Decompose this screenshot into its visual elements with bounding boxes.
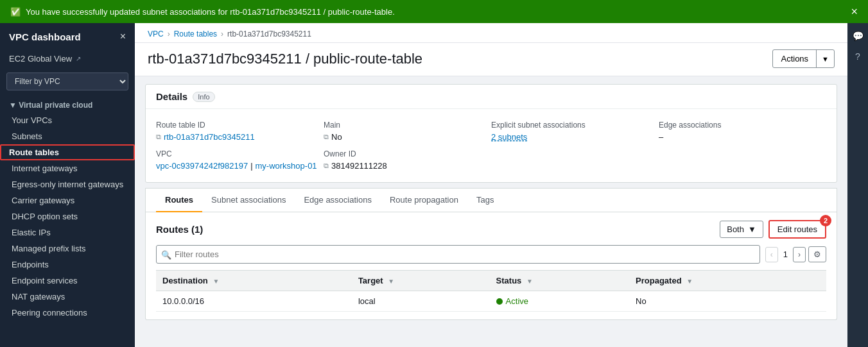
edge-associations-value: –: [659, 132, 820, 142]
copy-icon-owner[interactable]: ⧉: [324, 162, 329, 170]
sidebar-item-subnets[interactable]: Subnets: [0, 128, 135, 144]
vpc-link-id[interactable]: vpc-0c93974242f982197: [156, 161, 248, 171]
sidebar-item-egress-only[interactable]: Egress-only internet gateways: [0, 176, 135, 192]
copy-icon-route-id[interactable]: ⧉: [156, 133, 161, 141]
actions-button[interactable]: Actions ▼: [772, 49, 835, 68]
pagination-prev-button[interactable]: ‹: [765, 247, 778, 262]
route-table-id-value: ⧉ rtb-01a371d7bc9345211: [156, 132, 317, 142]
breadcrumb-sep-1: ›: [168, 30, 170, 38]
propagated-sort-icon[interactable]: ▼: [686, 278, 693, 285]
details-grid: Route table ID ⧉ rtb-01a371d7bc9345211 M…: [146, 109, 837, 182]
tab-edge-associations[interactable]: Edge associations: [295, 189, 381, 212]
filter-routes-input[interactable]: [156, 245, 760, 264]
edge-associations-field: Edge associations –: [659, 117, 826, 146]
col-propagated: Propagated ▼: [629, 271, 826, 291]
owner-id-text: 381492111228: [331, 161, 387, 171]
pagination-next-button[interactable]: ›: [793, 247, 806, 262]
details-title: Details: [156, 91, 187, 102]
sidebar-title: VPC dashboard: [9, 31, 81, 42]
target-sort-icon[interactable]: ▼: [388, 278, 394, 285]
sidebar-item-dhcp-option-sets[interactable]: DHCP option sets: [0, 208, 135, 224]
routes-table: Destination ▼ Target ▼ Status ▼ Propag: [156, 270, 826, 312]
right-icon-help[interactable]: ?: [850, 49, 865, 64]
routes-header: Routes (1) Both ▼ 2 Edit routes: [156, 220, 826, 239]
table-settings-button[interactable]: ⚙: [808, 246, 826, 262]
routes-controls: Both ▼ 2 Edit routes: [720, 220, 826, 239]
banner-message: You have successfully updated subnet ass…: [26, 7, 395, 17]
check-circle-icon: ✅: [10, 7, 21, 17]
right-sidebar: 💬 ?: [847, 23, 868, 347]
tab-tags[interactable]: Tags: [467, 189, 503, 212]
sidebar-item-managed-prefix[interactable]: Managed prefix lists: [0, 241, 135, 257]
sidebar-item-internet-gateways[interactable]: Internet gateways: [0, 160, 135, 176]
edit-routes-button[interactable]: Edit routes: [768, 220, 826, 239]
owner-id-value: ⧉ 381492111228: [324, 161, 485, 171]
sidebar-item-route-tables[interactable]: Route tables: [0, 144, 135, 160]
filter-row: 🔍 ‹ 1 › ⚙: [156, 245, 826, 264]
status-text: Active: [506, 296, 528, 306]
edge-associations-label: Edge associations: [659, 121, 820, 130]
tab-route-propagation[interactable]: Route propagation: [381, 189, 467, 212]
both-dropdown[interactable]: Both ▼: [720, 221, 763, 238]
status-dot: [496, 298, 503, 305]
route-table-id-label: Route table ID: [156, 121, 317, 130]
tab-subnet-associations[interactable]: Subnet associations: [202, 189, 295, 212]
pagination-row: ‹ 1 › ⚙: [765, 246, 826, 262]
sidebar-item-elastic-ips[interactable]: Elastic IPs: [0, 224, 135, 241]
sidebar-item-endpoint-services[interactable]: Endpoint services: [0, 273, 135, 289]
banner-content: ✅ You have successfully updated subnet a…: [10, 7, 395, 17]
sidebar-close-button[interactable]: ×: [120, 31, 126, 42]
details-card: Details Info Route table ID ⧉ rtb-01a371…: [145, 84, 837, 183]
breadcrumb-current: rtb-01a371d7bc9345211: [227, 30, 311, 38]
explicit-subnet-label: Explicit subnet associations: [491, 121, 652, 130]
route-table-id-field: Route table ID ⧉ rtb-01a371d7bc9345211: [156, 117, 324, 146]
step-2-badge: 2: [820, 215, 831, 226]
vpc-link-name[interactable]: my-workshop-01: [256, 161, 317, 171]
routes-title: Routes (1): [156, 224, 203, 235]
edit-routes-wrap: 2 Edit routes: [768, 220, 826, 239]
cell-destination: 10.0.0.0/16: [156, 291, 352, 312]
explicit-subnet-link[interactable]: 2 subnets: [491, 132, 527, 142]
vpc-field: VPC vpc-0c93974242f982197 | my-workshop-…: [156, 146, 324, 174]
pagination-current: 1: [781, 250, 790, 259]
routes-section: Routes (1) Both ▼ 2 Edit routes 🔍: [145, 212, 837, 320]
page-header: rtb-01a371d7bc9345211 / public-route-tab…: [135, 43, 847, 76]
routes-table-header: Destination ▼ Target ▼ Status ▼ Propag: [156, 271, 826, 291]
breadcrumb-route-tables[interactable]: Route tables: [174, 30, 217, 38]
owner-id-label: Owner ID: [324, 149, 485, 158]
tab-routes[interactable]: Routes: [156, 189, 202, 212]
actions-button-wrap: Actions ▼: [772, 49, 835, 68]
breadcrumb-vpc[interactable]: VPC: [148, 30, 164, 38]
ec2-link-label: EC2 Global View: [9, 54, 72, 63]
sidebar-filter: Filter by VPC: [0, 67, 135, 96]
sidebar-ec2-link[interactable]: EC2 Global View ↗: [0, 50, 135, 67]
sidebar-item-nat-gateways[interactable]: NAT gateways: [0, 289, 135, 305]
sidebar-item-endpoints[interactable]: Endpoints: [0, 257, 135, 273]
filter-input-wrap: 🔍: [156, 245, 760, 264]
destination-sort-icon[interactable]: ▼: [213, 278, 219, 285]
banner-close-button[interactable]: ×: [851, 6, 858, 17]
vpc-separator: |: [250, 161, 252, 171]
route-table-id-link[interactable]: rtb-01a371d7bc9345211: [164, 132, 255, 142]
main-value-text: No: [331, 132, 342, 142]
right-icon-chat[interactable]: 💬: [850, 28, 865, 44]
status-sort-icon[interactable]: ▼: [526, 278, 533, 285]
sidebar-item-carrier-gateways[interactable]: Carrier gateways: [0, 192, 135, 208]
cell-status: Active: [490, 291, 629, 312]
breadcrumb: VPC › Route tables › rtb-01a371d7bc93452…: [135, 23, 847, 43]
col-status: Status ▼: [490, 271, 629, 291]
sidebar-section-header-vpc: ▼ Virtual private cloud: [0, 96, 135, 112]
copy-icon-main[interactable]: ⧉: [324, 133, 329, 141]
vpc-filter-select[interactable]: Filter by VPC: [6, 72, 128, 90]
owner-id-field: Owner ID ⧉ 381492111228: [324, 146, 491, 174]
main-value: ⧉ No: [324, 132, 485, 142]
sidebar-header: VPC dashboard ×: [0, 23, 135, 50]
vpc-label: VPC: [156, 149, 317, 158]
details-info-badge[interactable]: Info: [193, 92, 214, 102]
sidebar-item-peering-connections[interactable]: Peering connections: [0, 305, 135, 321]
page-title: rtb-01a371d7bc9345211 / public-route-tab…: [148, 51, 422, 67]
vpc-value: vpc-0c93974242f982197 | my-workshop-01: [156, 161, 317, 171]
sidebar-item-your-vpcs[interactable]: Your VPCs: [0, 112, 135, 128]
details-card-header: Details Info: [146, 85, 837, 109]
main-field: Main ⧉ No: [324, 117, 491, 146]
